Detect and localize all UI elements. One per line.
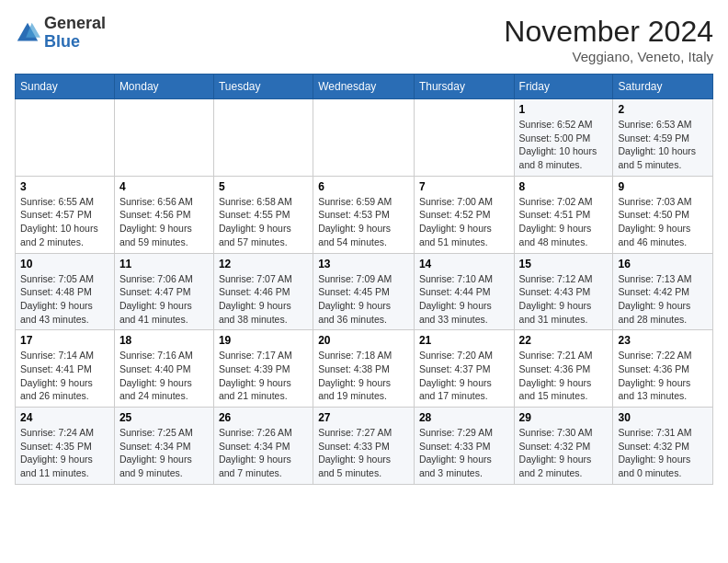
calendar-header-row: SundayMondayTuesdayWednesdayThursdayFrid…	[16, 75, 713, 99]
day-number: 4	[119, 180, 209, 193]
day-info: Sunrise: 6:55 AM Sunset: 4:57 PM Dayligh…	[20, 195, 109, 249]
day-info: Sunrise: 7:31 AM Sunset: 4:32 PM Dayligh…	[618, 426, 708, 480]
calendar-week-row: 24Sunrise: 7:24 AM Sunset: 4:35 PM Dayli…	[16, 408, 713, 485]
day-number: 13	[318, 258, 409, 270]
calendar-table: SundayMondayTuesdayWednesdayThursdayFrid…	[15, 74, 713, 485]
day-info: Sunrise: 7:17 AM Sunset: 4:39 PM Dayligh…	[219, 349, 308, 403]
calendar-week-row: 3Sunrise: 6:55 AM Sunset: 4:57 PM Daylig…	[16, 176, 713, 253]
day-number: 3	[20, 180, 109, 193]
calendar-day-23: 23Sunrise: 7:22 AM Sunset: 4:36 PM Dayli…	[613, 330, 713, 408]
day-info: Sunrise: 7:21 AM Sunset: 4:36 PM Dayligh…	[519, 349, 609, 403]
day-number: 17	[20, 334, 109, 347]
calendar-day-14: 14Sunrise: 7:10 AM Sunset: 4:44 PM Dayli…	[414, 253, 514, 330]
day-info: Sunrise: 7:20 AM Sunset: 4:37 PM Dayligh…	[419, 349, 509, 403]
calendar-day-25: 25Sunrise: 7:25 AM Sunset: 4:34 PM Dayli…	[114, 408, 213, 485]
header: General Blue November 2024 Veggiano, Ven…	[15, 15, 713, 64]
calendar-empty-cell	[213, 99, 313, 177]
day-info: Sunrise: 7:29 AM Sunset: 4:33 PM Dayligh…	[419, 426, 509, 480]
day-info: Sunrise: 7:30 AM Sunset: 4:32 PM Dayligh…	[519, 426, 609, 480]
day-number: 22	[519, 334, 609, 347]
calendar-day-1: 1Sunrise: 6:52 AM Sunset: 5:00 PM Daylig…	[514, 99, 613, 177]
day-info: Sunrise: 6:58 AM Sunset: 4:55 PM Dayligh…	[219, 195, 308, 249]
calendar-day-7: 7Sunrise: 7:00 AM Sunset: 4:52 PM Daylig…	[414, 176, 514, 253]
title-area: November 2024 Veggiano, Veneto, Italy	[504, 15, 713, 64]
month-title: November 2024	[504, 15, 713, 49]
header-monday: Monday	[114, 75, 213, 99]
day-info: Sunrise: 7:27 AM Sunset: 4:33 PM Dayligh…	[318, 426, 409, 480]
day-number: 30	[618, 411, 708, 424]
day-info: Sunrise: 6:53 AM Sunset: 4:59 PM Dayligh…	[618, 118, 708, 172]
day-number: 26	[219, 411, 308, 424]
day-info: Sunrise: 7:09 AM Sunset: 4:45 PM Dayligh…	[318, 272, 409, 327]
day-number: 9	[618, 180, 708, 193]
day-info: Sunrise: 7:02 AM Sunset: 4:51 PM Dayligh…	[519, 195, 609, 249]
day-info: Sunrise: 6:59 AM Sunset: 4:53 PM Dayligh…	[318, 195, 409, 249]
calendar-day-6: 6Sunrise: 6:59 AM Sunset: 4:53 PM Daylig…	[313, 176, 415, 253]
day-number: 8	[519, 180, 609, 193]
calendar-day-22: 22Sunrise: 7:21 AM Sunset: 4:36 PM Dayli…	[514, 330, 613, 408]
calendar-day-15: 15Sunrise: 7:12 AM Sunset: 4:43 PM Dayli…	[514, 253, 613, 330]
day-info: Sunrise: 7:18 AM Sunset: 4:38 PM Dayligh…	[318, 349, 409, 403]
logo-icon	[15, 20, 40, 46]
day-number: 10	[20, 258, 109, 270]
calendar-day-27: 27Sunrise: 7:27 AM Sunset: 4:33 PM Dayli…	[313, 408, 415, 485]
calendar-empty-cell	[16, 99, 115, 177]
header-friday: Friday	[514, 75, 613, 99]
calendar-week-row: 1Sunrise: 6:52 AM Sunset: 5:00 PM Daylig…	[16, 99, 713, 177]
day-info: Sunrise: 7:00 AM Sunset: 4:52 PM Dayligh…	[419, 195, 509, 249]
calendar-day-17: 17Sunrise: 7:14 AM Sunset: 4:41 PM Dayli…	[16, 330, 115, 408]
header-wednesday: Wednesday	[313, 75, 415, 99]
logo-general-text: General	[44, 14, 106, 32]
day-number: 5	[219, 180, 308, 193]
day-info: Sunrise: 7:14 AM Sunset: 4:41 PM Dayligh…	[20, 349, 109, 403]
day-number: 6	[318, 180, 409, 193]
calendar-week-row: 17Sunrise: 7:14 AM Sunset: 4:41 PM Dayli…	[16, 330, 713, 408]
calendar-day-5: 5Sunrise: 6:58 AM Sunset: 4:55 PM Daylig…	[213, 176, 313, 253]
day-number: 1	[519, 103, 609, 116]
calendar-empty-cell	[114, 99, 213, 177]
day-info: Sunrise: 7:07 AM Sunset: 4:46 PM Dayligh…	[219, 272, 308, 327]
calendar-day-29: 29Sunrise: 7:30 AM Sunset: 4:32 PM Dayli…	[514, 408, 613, 485]
calendar-day-2: 2Sunrise: 6:53 AM Sunset: 4:59 PM Daylig…	[613, 99, 713, 177]
day-info: Sunrise: 7:16 AM Sunset: 4:40 PM Dayligh…	[119, 349, 209, 403]
calendar-day-9: 9Sunrise: 7:03 AM Sunset: 4:50 PM Daylig…	[613, 176, 713, 253]
header-thursday: Thursday	[414, 75, 514, 99]
day-info: Sunrise: 7:05 AM Sunset: 4:48 PM Dayligh…	[20, 272, 109, 327]
day-info: Sunrise: 7:06 AM Sunset: 4:47 PM Dayligh…	[119, 272, 209, 327]
day-number: 14	[419, 258, 509, 270]
calendar-day-16: 16Sunrise: 7:13 AM Sunset: 4:42 PM Dayli…	[613, 253, 713, 330]
day-info: Sunrise: 7:10 AM Sunset: 4:44 PM Dayligh…	[419, 272, 509, 327]
day-number: 29	[519, 411, 609, 424]
header-sunday: Sunday	[16, 75, 115, 99]
calendar-day-8: 8Sunrise: 7:02 AM Sunset: 4:51 PM Daylig…	[514, 176, 613, 253]
logo: General Blue	[15, 15, 106, 52]
day-info: Sunrise: 7:22 AM Sunset: 4:36 PM Dayligh…	[618, 349, 708, 403]
day-info: Sunrise: 7:03 AM Sunset: 4:50 PM Dayligh…	[618, 195, 708, 249]
header-saturday: Saturday	[613, 75, 713, 99]
day-info: Sunrise: 7:24 AM Sunset: 4:35 PM Dayligh…	[20, 426, 109, 480]
day-number: 19	[219, 334, 308, 347]
calendar-day-19: 19Sunrise: 7:17 AM Sunset: 4:39 PM Dayli…	[213, 330, 313, 408]
calendar-day-10: 10Sunrise: 7:05 AM Sunset: 4:48 PM Dayli…	[16, 253, 115, 330]
day-number: 7	[419, 180, 509, 193]
day-number: 24	[20, 411, 109, 424]
calendar-day-18: 18Sunrise: 7:16 AM Sunset: 4:40 PM Dayli…	[114, 330, 213, 408]
calendar-day-13: 13Sunrise: 7:09 AM Sunset: 4:45 PM Dayli…	[313, 253, 415, 330]
day-number: 15	[519, 258, 609, 270]
calendar-day-3: 3Sunrise: 6:55 AM Sunset: 4:57 PM Daylig…	[16, 176, 115, 253]
calendar-day-30: 30Sunrise: 7:31 AM Sunset: 4:32 PM Dayli…	[613, 408, 713, 485]
day-number: 11	[119, 258, 209, 270]
calendar-day-24: 24Sunrise: 7:24 AM Sunset: 4:35 PM Dayli…	[16, 408, 115, 485]
day-info: Sunrise: 7:12 AM Sunset: 4:43 PM Dayligh…	[519, 272, 609, 327]
day-number: 21	[419, 334, 509, 347]
calendar-day-21: 21Sunrise: 7:20 AM Sunset: 4:37 PM Dayli…	[414, 330, 514, 408]
day-info: Sunrise: 7:13 AM Sunset: 4:42 PM Dayligh…	[618, 272, 708, 327]
day-number: 20	[318, 334, 409, 347]
logo-blue-text: Blue	[44, 32, 80, 51]
calendar-day-4: 4Sunrise: 6:56 AM Sunset: 4:56 PM Daylig…	[114, 176, 213, 253]
calendar-empty-cell	[313, 99, 415, 177]
day-info: Sunrise: 6:56 AM Sunset: 4:56 PM Dayligh…	[119, 195, 209, 249]
calendar-empty-cell	[414, 99, 514, 177]
day-info: Sunrise: 6:52 AM Sunset: 5:00 PM Dayligh…	[519, 118, 609, 172]
day-number: 18	[119, 334, 209, 347]
